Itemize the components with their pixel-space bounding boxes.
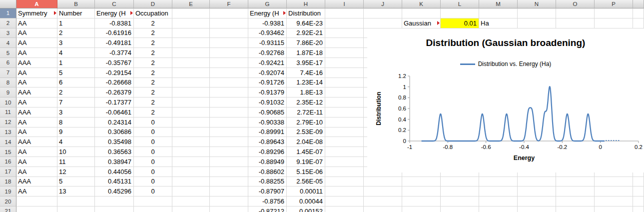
cell-H9[interactable]: 1.8E-13 bbox=[287, 88, 325, 98]
cell-N21[interactable] bbox=[518, 206, 556, 212]
cell-A6[interactable]: AAA bbox=[16, 58, 57, 68]
cell-G17[interactable]: -0.88602 bbox=[248, 167, 287, 177]
cell-F19[interactable] bbox=[210, 186, 248, 196]
cell-M2[interactable]: Ha bbox=[479, 18, 518, 28]
cell-D4[interactable]: 2 bbox=[134, 38, 172, 48]
column-header-D[interactable]: D bbox=[134, 0, 172, 8]
cell-C6[interactable]: -0.35767 bbox=[95, 58, 134, 68]
cell-J1[interactable] bbox=[364, 8, 402, 18]
cell-D15[interactable]: 0 bbox=[134, 147, 172, 157]
row-header-11[interactable]: 11 bbox=[0, 108, 16, 118]
cell-F12[interactable] bbox=[210, 118, 248, 128]
cell-G1[interactable]: Energy (H bbox=[248, 8, 287, 18]
cell-N18[interactable] bbox=[518, 177, 556, 187]
cell-I11[interactable] bbox=[325, 108, 364, 118]
cell-A14[interactable]: AAA bbox=[16, 137, 57, 147]
cell-Q20[interactable] bbox=[633, 196, 644, 206]
cell-D14[interactable]: 0 bbox=[134, 137, 172, 147]
cell-E6[interactable] bbox=[172, 58, 210, 68]
cell-I7[interactable] bbox=[325, 68, 364, 78]
cell-E19[interactable] bbox=[172, 186, 210, 196]
cell-K2[interactable]: Gaussian bbox=[402, 18, 441, 28]
cell-O18[interactable] bbox=[556, 177, 595, 187]
select-all-corner[interactable] bbox=[0, 0, 16, 8]
cell-F9[interactable] bbox=[210, 88, 248, 98]
column-header-M[interactable]: M bbox=[479, 0, 518, 8]
cell-H17[interactable]: 5.15E-06 bbox=[287, 167, 325, 177]
row-header-10[interactable]: 10 bbox=[0, 98, 16, 108]
cell-B15[interactable]: 10 bbox=[57, 147, 95, 157]
row-header-19[interactable]: 19 bbox=[0, 186, 16, 196]
cell-L21[interactable] bbox=[441, 206, 479, 212]
cell-D9[interactable]: 2 bbox=[134, 88, 172, 98]
cell-B8[interactable]: 6 bbox=[57, 78, 95, 88]
row-header-14[interactable]: 14 bbox=[0, 137, 16, 147]
cell-M20[interactable] bbox=[479, 196, 518, 206]
column-header-K[interactable]: K bbox=[402, 0, 441, 8]
cell-B5[interactable]: 4 bbox=[57, 48, 95, 58]
cell-E1[interactable] bbox=[172, 8, 210, 18]
cell-C15[interactable]: 0.36563 bbox=[95, 147, 134, 157]
cell-G5[interactable]: -0.92768 bbox=[248, 48, 287, 58]
cell-I17[interactable] bbox=[325, 167, 364, 177]
column-header-E[interactable]: E bbox=[172, 0, 210, 8]
cell-D18[interactable]: 0 bbox=[134, 177, 172, 187]
cell-F6[interactable] bbox=[210, 58, 248, 68]
cell-F15[interactable] bbox=[210, 147, 248, 157]
cell-I5[interactable] bbox=[325, 48, 364, 58]
row-header-17[interactable]: 17 bbox=[0, 167, 16, 177]
cell-I20[interactable] bbox=[325, 196, 364, 206]
cell-L1[interactable] bbox=[441, 8, 479, 18]
cell-I2[interactable] bbox=[325, 18, 364, 28]
cell-B6[interactable]: 1 bbox=[57, 58, 95, 68]
cell-F10[interactable] bbox=[210, 98, 248, 108]
cell-I19[interactable] bbox=[325, 186, 364, 196]
cell-A17[interactable]: AA bbox=[16, 167, 57, 177]
cell-B2[interactable]: 1 bbox=[57, 18, 95, 28]
cell-E13[interactable] bbox=[172, 128, 210, 138]
cell-H8[interactable]: 1.23E-14 bbox=[287, 78, 325, 88]
cell-B12[interactable]: 8 bbox=[57, 118, 95, 128]
cell-H15[interactable]: 1.45E-07 bbox=[287, 147, 325, 157]
cell-H11[interactable]: 2.72E-11 bbox=[287, 108, 325, 118]
row-header-13[interactable]: 13 bbox=[0, 128, 16, 138]
cell-H3[interactable]: 2.92E-21 bbox=[287, 28, 325, 38]
cell-G2[interactable]: -0.9381 bbox=[248, 18, 287, 28]
cell-I4[interactable] bbox=[325, 38, 364, 48]
cell-D16[interactable]: 0 bbox=[134, 157, 172, 167]
cell-D6[interactable]: 2 bbox=[134, 58, 172, 68]
cell-B14[interactable]: 4 bbox=[57, 137, 95, 147]
column-header-C[interactable]: C bbox=[95, 0, 134, 8]
cell-P1[interactable] bbox=[595, 8, 633, 18]
cell-P18[interactable] bbox=[595, 177, 633, 187]
cell-E20[interactable] bbox=[172, 196, 210, 206]
cell-H5[interactable]: 1.87E-18 bbox=[287, 48, 325, 58]
cell-F21[interactable] bbox=[210, 206, 248, 212]
cell-I15[interactable] bbox=[325, 147, 364, 157]
cell-G6[interactable]: -0.92421 bbox=[248, 58, 287, 68]
cell-B20[interactable] bbox=[57, 196, 95, 206]
cell-C7[interactable]: -0.29154 bbox=[95, 68, 134, 78]
cell-N1[interactable] bbox=[518, 8, 556, 18]
cell-C4[interactable]: -0.49181 bbox=[95, 38, 134, 48]
cell-C20[interactable] bbox=[95, 196, 134, 206]
cell-N20[interactable] bbox=[518, 196, 556, 206]
cell-K18[interactable] bbox=[402, 177, 441, 187]
row-header-2[interactable]: 2 bbox=[0, 18, 16, 28]
cell-J2[interactable] bbox=[364, 18, 402, 28]
cell-G20[interactable]: -0.8756 bbox=[248, 196, 287, 206]
cell-A16[interactable]: AA bbox=[16, 157, 57, 167]
cell-E14[interactable] bbox=[172, 137, 210, 147]
cell-G10[interactable]: -0.91032 bbox=[248, 98, 287, 108]
cell-E18[interactable] bbox=[172, 177, 210, 187]
cell-D2[interactable]: 2 bbox=[134, 18, 172, 28]
cell-B11[interactable]: 3 bbox=[57, 108, 95, 118]
cell-A4[interactable]: AA bbox=[16, 38, 57, 48]
cell-N19[interactable] bbox=[518, 186, 556, 196]
row-header-6[interactable]: 6 bbox=[0, 58, 16, 68]
cell-A9[interactable]: AAA bbox=[16, 88, 57, 98]
cell-A3[interactable]: AA bbox=[16, 28, 57, 38]
cell-A18[interactable]: AAA bbox=[16, 177, 57, 187]
cell-M21[interactable] bbox=[479, 206, 518, 212]
cell-F11[interactable] bbox=[210, 108, 248, 118]
